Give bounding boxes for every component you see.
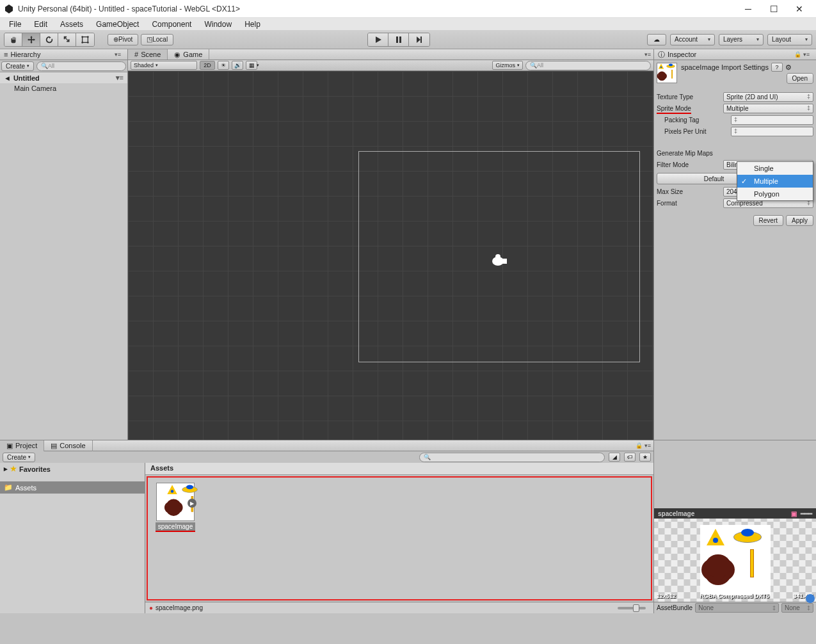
sprite-mode-option-multiple[interactable]: ✓Multiple <box>737 175 813 188</box>
window-close-button[interactable]: ✕ <box>787 0 812 18</box>
scene-viewport[interactable] <box>128 71 653 440</box>
sprite-mode-option-single[interactable]: Single <box>737 162 813 175</box>
scene-search[interactable]: 🔍All <box>525 61 651 70</box>
open-button[interactable]: Open <box>787 73 813 84</box>
menu-edit[interactable]: Edit <box>28 19 54 30</box>
asset-item[interactable]: ▶ spaceImage <box>153 483 198 532</box>
assets-breadcrumb[interactable]: Assets <box>145 463 653 475</box>
inspector-tab[interactable]: ⓘInspector🔒 ▾≡ <box>654 49 816 60</box>
window-minimize-button[interactable]: ─ <box>735 0 761 18</box>
hierarchy-tab[interactable]: ≡Hierarchy▾≡ <box>0 49 127 60</box>
play-button[interactable] <box>368 33 388 46</box>
apply-button[interactable]: Apply <box>786 215 813 226</box>
max-size-label: Max Size <box>657 188 721 195</box>
status-filename: spaceImage.png <box>156 604 203 611</box>
svg-rect-1 <box>83 36 88 42</box>
menu-file[interactable]: File <box>3 19 28 30</box>
play-controls <box>367 33 430 47</box>
sprite-mode-option-polygon[interactable]: Polygon <box>737 188 813 200</box>
project-create-button[interactable]: Create <box>3 453 35 462</box>
camera-gizmo-icon[interactable] <box>492 254 509 266</box>
mip-icon[interactable] <box>806 594 815 603</box>
rotate-tool[interactable] <box>40 33 58 46</box>
packing-tag-field[interactable] <box>731 115 813 125</box>
rgb-icon[interactable]: ▣ <box>791 510 797 517</box>
project-tab[interactable]: ▣Project <box>0 440 44 451</box>
assetbundle-name-field[interactable]: None <box>695 603 779 613</box>
gizmos-dropdown[interactable]: Gizmos <box>492 61 523 70</box>
hierarchy-list: ◄Untitled▾≡ Main Camera <box>0 72 127 440</box>
rect-tool[interactable] <box>76 33 94 46</box>
project-tree: ▸★Favorites 📁Assets <box>0 463 145 613</box>
scale-tool[interactable] <box>58 33 76 46</box>
svg-marker-6 <box>376 36 381 43</box>
menu-help[interactable]: Help <box>238 19 267 30</box>
menu-assets[interactable]: Assets <box>54 19 90 30</box>
shading-dropdown[interactable]: Shaded <box>131 61 197 70</box>
svg-rect-8 <box>399 36 401 43</box>
layout-dropdown[interactable]: Layout <box>767 34 812 45</box>
layout-label: Layout <box>772 36 791 43</box>
move-tool[interactable] <box>22 33 40 46</box>
project-lock-icon[interactable]: 🔒 ▾≡ <box>636 442 653 449</box>
layers-dropdown[interactable]: Layers <box>719 34 764 45</box>
project-statusbar: ● spaceImage.png <box>145 602 653 613</box>
menu-gameobject[interactable]: GameObject <box>90 19 145 30</box>
scene-tab[interactable]: #Scene <box>128 49 168 60</box>
thumbnail-size-slider[interactable] <box>618 607 646 609</box>
expand-icon[interactable]: ▶ <box>188 499 196 508</box>
scene-options-icon[interactable]: ▾≡ <box>644 51 653 58</box>
option-label: Single <box>754 165 774 172</box>
console-tab[interactable]: ▤Console <box>44 440 92 451</box>
gear-icon[interactable]: ⚙ <box>785 63 792 72</box>
search-placeholder: All <box>48 63 54 69</box>
hierarchy-icon: ≡ <box>4 51 8 58</box>
account-dropdown[interactable]: Account <box>670 34 715 45</box>
preview-header[interactable]: spaceImage ▣ ━━━ <box>654 508 816 519</box>
game-tab[interactable]: ◉Game <box>168 49 209 60</box>
assets-folder-row[interactable]: 📁Assets <box>0 481 145 494</box>
scene-row[interactable]: ◄Untitled▾≡ <box>0 72 127 83</box>
inspector-lock-icon[interactable]: 🔒 ▾≡ <box>794 51 812 58</box>
audio-toggle[interactable]: 🔊 <box>232 61 243 70</box>
menu-window[interactable]: Window <box>198 19 238 30</box>
gizmos-label: Gizmos <box>495 62 515 68</box>
step-button[interactable] <box>409 33 429 46</box>
speaker-icon: 🔊 <box>234 62 241 68</box>
hierarchy-tab-label: Hierarchy <box>10 51 40 58</box>
pivot-toggle[interactable]: ⊕ Pivot <box>108 34 138 45</box>
assets-grid[interactable]: ▶ spaceImage <box>147 476 652 600</box>
scene-menu-icon[interactable]: ▾≡ <box>116 74 124 82</box>
assetbundle-variant-field[interactable]: None <box>781 603 813 613</box>
texture-type-field[interactable]: Sprite (2D and UI) <box>723 92 813 102</box>
sprite-mode-field[interactable]: Multiple <box>723 104 813 113</box>
cloud-button[interactable]: ☁ <box>647 34 666 45</box>
2d-toggle[interactable]: 2D <box>200 61 215 70</box>
save-search-icon[interactable]: ★ <box>639 453 651 462</box>
svg-point-5 <box>87 42 89 44</box>
lock-icon[interactable]: ▾≡ <box>115 51 124 58</box>
scene-tab-label: Scene <box>141 51 161 58</box>
pause-button[interactable] <box>388 33 409 46</box>
ppu-field[interactable] <box>731 127 813 136</box>
hierarchy-create-button[interactable]: Create <box>1 61 34 71</box>
search-by-label-icon[interactable]: 🏷 <box>624 453 636 462</box>
project-search[interactable]: 🔍 <box>419 453 605 462</box>
preview-format: RGBA Compressed DXT5 <box>700 593 769 599</box>
hierarchy-item[interactable]: Main Camera <box>0 83 127 93</box>
hand-tool[interactable] <box>4 33 22 46</box>
hierarchy-search[interactable]: 🔍All <box>36 61 126 71</box>
revert-button[interactable]: Revert <box>753 215 783 226</box>
assetbundle-label: AssetBundle <box>657 604 692 611</box>
local-toggle[interactable]: ◳ Local <box>141 34 173 45</box>
window-maximize-button[interactable]: ☐ <box>761 0 787 18</box>
asset-thumbnail-icon <box>657 63 677 83</box>
preview-viewport[interactable]: 12x512 RGBA Compressed DXT5 341.4 K <box>654 519 816 602</box>
menu-component[interactable]: Component <box>145 19 198 30</box>
fx-dropdown[interactable]: ▦ <box>246 61 257 70</box>
search-by-type-icon[interactable]: ◢ <box>609 453 620 462</box>
alpha-icon[interactable]: ━━━ <box>801 510 812 517</box>
help-icon[interactable]: ? <box>771 63 783 72</box>
favorites-row[interactable]: ▸★Favorites <box>0 463 145 475</box>
lighting-toggle[interactable]: ☀ <box>218 61 229 70</box>
